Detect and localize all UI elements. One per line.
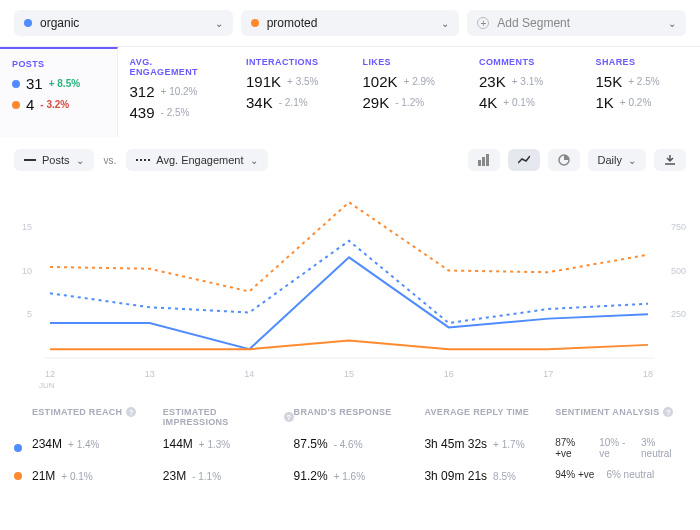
metric-posts[interactable]: POSTS31+ 8.5%4- 3.2% [0,47,118,137]
metric-delta: - 2.5% [161,107,190,118]
metric-delta: + 8.5% [49,78,80,89]
metric-value: 15K [596,73,623,90]
metric-interactions[interactable]: INTERACTIONS191K+ 3.5%34K- 2.1% [234,47,351,137]
dot-icon [251,19,259,27]
chevron-down-icon: ⌄ [76,155,84,166]
series-organic-posts [50,257,648,349]
bottom-header: ESTIMATED REACH? [32,407,163,417]
chevron-down-icon: ⌄ [628,155,636,166]
x-tick: 14 [237,369,261,379]
metric-header: COMMENTS [479,57,572,67]
metric-value: 23K [479,73,506,90]
metric-value: 4K [479,94,497,111]
sentiment-cell: 94% +ve6% neutral [555,469,686,483]
bottom-cell: 144M+ 1.3% [163,437,294,459]
metric-value-row: 191K+ 3.5% [246,73,339,90]
chart-type-pie[interactable] [548,149,580,171]
dashed-line-icon [136,156,150,164]
metric-value-row: 1K+ 0.2% [596,94,689,111]
bottom-cell: 23M- 1.1% [163,469,294,483]
metric-value-row: 31+ 8.5% [12,75,105,92]
y-left-tick: 15 [14,222,32,232]
metric-value: 191K [246,73,281,90]
download-button[interactable] [654,149,686,171]
metric-header: AVG. ENGAGEMENT [130,57,223,77]
metric-delta: + 2.9% [404,76,435,87]
bottom-header: BRAND'S RESPONSE [294,407,425,417]
metric-value: 439 [130,104,155,121]
metric-delta: + 2.5% [628,76,659,87]
bottom-cell: 3h 45m 32s+ 1.7% [424,437,555,459]
metric-delta: - 3.2% [40,99,69,110]
chevron-down-icon: ⌄ [668,18,676,29]
chevron-down-icon: ⌄ [441,18,449,29]
bottom-cell: 91.2%+ 1.6% [294,469,425,483]
metric-value: 1K [596,94,614,111]
x-tick: 18 [636,369,660,379]
x-tick: 16 [437,369,461,379]
metric-delta: + 3.1% [512,76,543,87]
bottom-cell: 3h 09m 21s8.5% [424,469,555,483]
metric-value-row: 15K+ 2.5% [596,73,689,90]
metric-delta: - 2.1% [279,97,308,108]
metric-likes[interactable]: LIKES102K+ 2.9%29K- 1.2% [351,47,468,137]
segment-organic[interactable]: organic ⌄ [14,10,233,36]
metric-b-selector[interactable]: Avg. Engagement ⌄ [126,149,267,171]
x-tick: 15 [337,369,361,379]
series-promoted-posts [50,341,648,350]
bottom-header: ESTIMATED IMPRESSIONS? [163,407,294,427]
segment-promoted[interactable]: promoted ⌄ [241,10,460,36]
metric-a-selector[interactable]: Posts ⌄ [14,149,94,171]
metric-comments[interactable]: COMMENTS23K+ 3.1%4K+ 0.1% [467,47,584,137]
vs-label: vs. [102,155,119,166]
download-icon [664,154,676,166]
y-right-tick: 250 [671,309,686,319]
y-right-tick: 750 [671,222,686,232]
metric-value-row: 23K+ 3.1% [479,73,572,90]
metric-avg-engagement[interactable]: AVG. ENGAGEMENT312+ 10.2%439- 2.5% [118,47,235,137]
bottom-row: 234M+ 1.4%144M+ 1.3%87.5%- 4.6%3h 45m 32… [14,437,686,459]
dot-icon [14,444,22,452]
metric-value-row: 102K+ 2.9% [363,73,456,90]
line-icon [24,156,36,164]
add-segment-button[interactable]: +Add Segment ⌄ [467,10,686,36]
sentiment-cell: 87% +ve10% -ve3% neutral [555,437,686,459]
metric-value-row: 312+ 10.2% [130,83,223,100]
svg-rect-4 [486,154,489,166]
line-chart-icon [518,154,530,166]
info-icon[interactable]: ? [663,407,673,417]
metric-value: 312 [130,83,155,100]
y-right-tick: 500 [671,266,686,276]
granularity-label: Daily [598,154,622,166]
add-segment-label: Add Segment [497,16,570,30]
bottom-header: AVERAGE REPLY TIME [424,407,555,417]
bottom-header: SENTIMENT ANALYSIS? [555,407,686,417]
metric-delta: + 0.1% [503,97,534,108]
bottom-row: 21M+ 0.1%23M- 1.1%91.2%+ 1.6%3h 09m 21s8… [14,469,686,483]
segment-label: organic [40,16,79,30]
metric-shares[interactable]: SHARES15K+ 2.5%1K+ 0.2% [584,47,701,137]
metric-value-row: 34K- 2.1% [246,94,339,111]
x-axis-label: JUN [39,381,55,390]
plus-icon: + [477,17,489,29]
metric-value: 31 [26,75,43,92]
chart-type-line[interactable] [508,149,540,171]
chart-type-bar[interactable] [468,149,500,171]
info-icon[interactable]: ? [284,412,294,422]
bottom-cell: 87.5%- 4.6% [294,437,425,459]
metric-delta: + 10.2% [161,86,198,97]
metric-header: POSTS [12,59,105,69]
metric-value: 4 [26,96,34,113]
bottom-cell: 21M+ 0.1% [32,469,163,483]
metric-delta: + 3.5% [287,76,318,87]
metric-value: 34K [246,94,273,111]
metric-value: 102K [363,73,398,90]
info-icon[interactable]: ? [126,407,136,417]
granularity-selector[interactable]: Daily⌄ [588,149,646,171]
metric-header: INTERACTIONS [246,57,339,67]
dot-icon [12,80,20,88]
x-tick: 13 [138,369,162,379]
series-promoted-engagement [50,202,648,291]
dot-icon [12,101,20,109]
metric-a-label: Posts [42,154,70,166]
